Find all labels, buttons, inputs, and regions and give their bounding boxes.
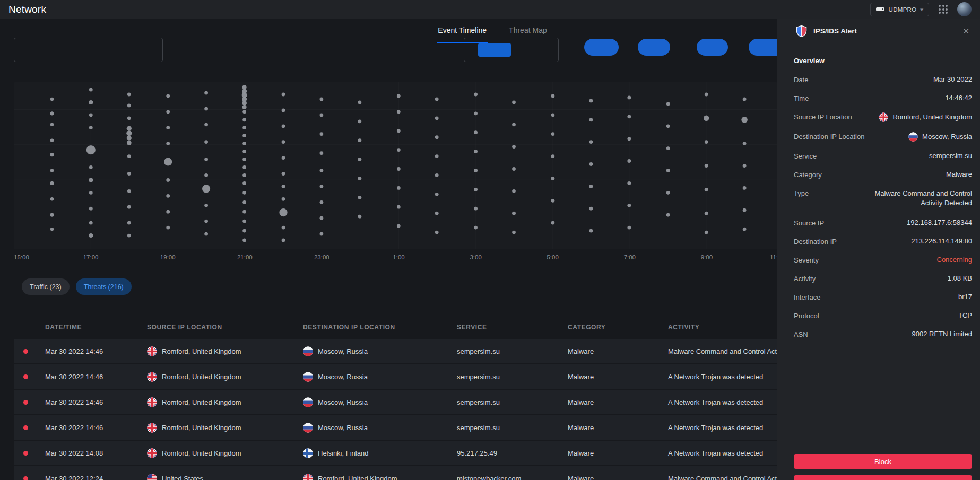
field-label: Interface (794, 293, 821, 301)
cell-datetime: Mar 30 2022 14:46 (37, 373, 139, 381)
cell-category: Malware (560, 373, 660, 381)
threat-dot (23, 374, 28, 379)
event-timeline-chart[interactable] (14, 82, 777, 249)
device-name: UDMPRO (889, 6, 917, 13)
axis-tick-label: 21:00 (237, 254, 253, 260)
table-row[interactable]: Mar 30 2022 14:46Romford, United Kingdom… (14, 390, 777, 414)
field-value: br17 (958, 293, 972, 301)
cell-destination-location: Romford, United Kingdom (295, 474, 449, 480)
panel-field-category: CategoryMalware (794, 165, 972, 184)
flag-ru-icon (303, 397, 313, 407)
filter-box-middle[interactable] (464, 38, 559, 62)
threat-dot (23, 349, 28, 354)
field-value: Moscow, Russia (908, 132, 972, 142)
flag-gb-icon (147, 372, 157, 382)
field-label: Category (794, 170, 822, 179)
panel-field-source-ip-location: Source IP LocationRomford, United Kingdo… (794, 107, 972, 127)
cell-datetime: Mar 30 2022 14:46 (37, 347, 139, 355)
filter-box-left[interactable] (14, 38, 163, 62)
cell-destination-location: Moscow, Russia (295, 423, 449, 433)
field-value: TCP (958, 311, 972, 319)
flag-ru-icon (908, 132, 918, 142)
chevron-down-icon: ▾ (921, 7, 924, 12)
app-title: Network (8, 4, 46, 15)
cell-category: Malware (560, 475, 660, 480)
avatar[interactable] (957, 2, 972, 16)
cell-destination-location: Moscow, Russia (295, 346, 449, 356)
axis-tick-label: 5:00 (547, 254, 558, 260)
column-header: SOURCE IP LOCATION (139, 324, 295, 331)
filter-chip-4[interactable] (749, 39, 777, 56)
field-value: 1.08 KB (948, 274, 972, 282)
field-value: Malware Command and Control Activity Det… (866, 189, 972, 209)
cell-service: sempersim.su (449, 398, 560, 406)
column-header: SERVICE (449, 324, 560, 331)
cell-source-location: Romford, United Kingdom (139, 397, 295, 407)
panel-field-asn: ASN9002 RETN Limited (794, 325, 972, 344)
cell-datetime: Mar 30 2022 14:08 (37, 449, 139, 457)
threat-dot (23, 400, 28, 405)
column-header: ACTIVITY (660, 324, 777, 331)
ips-ids-alert-panel: IPS/IDS Alert ✕ Overview DateMar 30 2022… (777, 19, 980, 480)
cell-activity: Malware Command and Control Activity Det… (660, 347, 777, 355)
scatter-plot[interactable] (14, 82, 777, 249)
table-row[interactable]: Mar 30 2022 14:08Romford, United Kingdom… (14, 441, 777, 465)
time-axis: 15:0017:0019:0021:0023:001:003:005:007:0… (14, 254, 777, 263)
cell-service: sempersim.su (449, 424, 560, 432)
threats-table: DATE/TIMESOURCE IP LOCATIONDESTINATION I… (14, 316, 777, 480)
threats-toggle[interactable]: Threats (216) (76, 278, 132, 295)
threat-dot (23, 425, 28, 430)
secondary-block-button[interactable] (794, 475, 972, 480)
filter-apply-button[interactable] (478, 43, 511, 57)
table-row[interactable]: Mar 30 2022 14:46Romford, United Kingdom… (14, 364, 777, 389)
panel-field-source-ip: Source IP192.168.177.6:58344 (794, 214, 972, 232)
device-selector[interactable]: UDMPRO ▾ (870, 3, 929, 16)
table-row[interactable]: Mar 30 2022 12:24United StatesRomford, U… (14, 466, 777, 480)
shield-icon (795, 25, 808, 37)
table-row[interactable]: Mar 30 2022 14:46Romford, United Kingdom… (14, 339, 777, 363)
top-bar-right: UDMPRO ▾ (870, 2, 972, 16)
cell-service: 95.217.25.49 (449, 449, 560, 457)
cell-destination-location: Moscow, Russia (295, 397, 449, 407)
cell-datetime: Mar 30 2022 14:46 (37, 398, 139, 406)
table-body: Mar 30 2022 14:46Romford, United Kingdom… (14, 339, 777, 480)
panel-field-destination-ip-location: Destination IP LocationMoscow, Russia (794, 127, 972, 146)
threat-dot (23, 451, 28, 456)
panel-fields: DateMar 30 2022Time14:46:42Source IP Loc… (794, 70, 972, 344)
cell-source-location: Romford, United Kingdom (139, 423, 295, 433)
cell-category: Malware (560, 398, 660, 406)
filter-chip-3[interactable] (697, 39, 728, 56)
block-button[interactable]: Block (794, 454, 972, 469)
field-label: Activity (794, 274, 816, 283)
panel-field-severity: SeverityConcerning (794, 251, 972, 269)
traffic-toggle[interactable]: Traffic (23) (22, 278, 70, 295)
threat-dot (23, 476, 28, 480)
field-label: Time (794, 94, 809, 102)
field-label: Severity (794, 256, 819, 264)
apps-grid-icon[interactable] (939, 5, 948, 14)
panel-title: IPS/IDS Alert (813, 27, 962, 35)
field-value: Concerning (937, 256, 973, 264)
cell-datetime: Mar 30 2022 14:46 (37, 424, 139, 432)
flag-ru-icon (303, 423, 313, 433)
panel-field-destination-ip: Destination IP213.226.114.149:80 (794, 232, 972, 251)
cell-category: Malware (560, 424, 660, 432)
cell-source-location: Romford, United Kingdom (139, 448, 295, 458)
axis-tick-label: 19:00 (160, 254, 176, 260)
close-icon[interactable]: ✕ (962, 27, 969, 35)
table-row[interactable]: Mar 30 2022 14:46Romford, United Kingdom… (14, 415, 777, 440)
cell-source-location: Romford, United Kingdom (139, 372, 295, 382)
top-bar: Network UDMPRO ▾ (0, 0, 980, 19)
overview-heading: Overview (794, 57, 972, 65)
cell-category: Malware (560, 347, 660, 355)
filter-chip-1[interactable] (584, 39, 619, 56)
table-header: DATE/TIMESOURCE IP LOCATIONDESTINATION I… (14, 316, 777, 339)
panel-field-activity: Activity1.08 KB (794, 269, 972, 288)
filter-chip-2[interactable] (638, 39, 670, 56)
field-label: Destination IP (794, 237, 837, 246)
field-label: Service (794, 152, 817, 160)
field-value: 213.226.114.149:80 (911, 237, 972, 245)
flag-fi-icon (303, 448, 313, 458)
axis-tick-label: 17:00 (83, 254, 99, 260)
column-header: DATE/TIME (37, 324, 139, 331)
